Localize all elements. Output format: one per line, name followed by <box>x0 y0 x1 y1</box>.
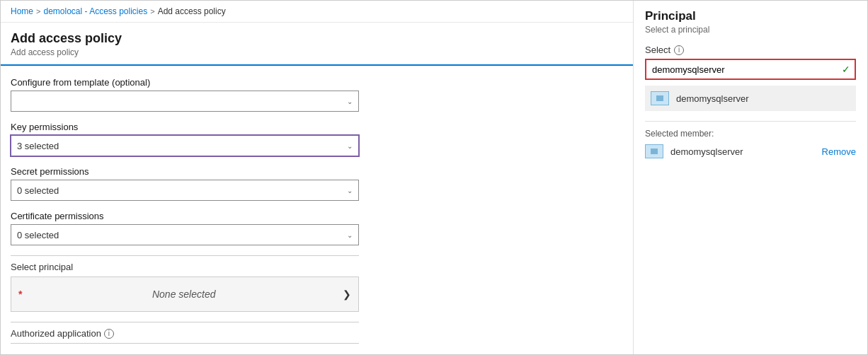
cert-permissions-chevron: ⌄ <box>347 231 353 239</box>
left-panel: Home > demolocal - Access policies > Add… <box>1 1 634 354</box>
secret-permissions-value: 0 selected <box>17 185 59 196</box>
page-title: Add access policy <box>11 31 623 46</box>
select-label: Select <box>645 45 670 55</box>
select-principal-label: Select principal <box>11 262 623 272</box>
breadcrumb-current: Add access policy <box>158 6 226 16</box>
selected-member-icon <box>645 144 663 158</box>
search-checkmark-icon: ✓ <box>842 64 850 75</box>
panel-title: Principal <box>645 9 856 23</box>
select-principal-row[interactable]: * None selected ❯ <box>11 277 359 312</box>
key-permissions-group: Key permissions 3 selected ⌄ <box>11 122 623 156</box>
page-header: Add access policy Add access policy <box>1 23 633 66</box>
secret-permissions-dropdown[interactable]: 0 selected ⌄ <box>11 180 359 201</box>
auth-app-label-row: Authorized application i <box>11 328 623 339</box>
template-dropdown[interactable]: ⌄ <box>11 91 359 112</box>
template-label: Configure from template (optional) <box>11 77 623 88</box>
search-wrapper: ✓ <box>645 59 856 80</box>
secret-permissions-label: Secret permissions <box>11 166 623 177</box>
principal-chevron-icon: ❯ <box>343 289 351 300</box>
breadcrumb-sep1: > <box>36 7 40 16</box>
search-result-item[interactable]: demomysqlserver <box>645 86 856 111</box>
key-permissions-dropdown[interactable]: 3 selected ⌄ <box>11 135 359 156</box>
required-star: * <box>18 289 22 300</box>
auth-app-info-icon[interactable]: i <box>104 329 114 339</box>
select-label-row: Select i <box>645 45 856 55</box>
form-area: Configure from template (optional) ⌄ Key… <box>1 66 633 354</box>
secret-permissions-chevron: ⌄ <box>347 187 353 194</box>
principal-none-value: None selected <box>149 289 216 300</box>
principal-info-icon[interactable]: i <box>674 45 684 55</box>
cert-permissions-group: Certificate permissions 0 selected ⌄ <box>11 211 623 245</box>
divider-1 <box>11 255 359 256</box>
result-name: demomysqlserver <box>676 93 749 104</box>
panel-subtitle: Select a principal <box>645 25 856 35</box>
page-subtitle: Add access policy <box>11 47 623 57</box>
key-permissions-label: Key permissions <box>11 122 623 132</box>
key-permissions-chevron: ⌄ <box>347 142 353 150</box>
auth-app-label-text: Authorized application <box>11 328 101 339</box>
template-group: Configure from template (optional) ⌄ <box>11 77 623 112</box>
auth-app-group: Authorized application i None selected 🔒 <box>11 328 623 354</box>
breadcrumb-home[interactable]: Home <box>11 6 33 16</box>
remove-button[interactable]: Remove <box>822 146 856 157</box>
selected-member-label: Selected member: <box>645 129 856 139</box>
cert-permissions-dropdown[interactable]: 0 selected ⌄ <box>11 224 359 245</box>
breadcrumb: Home > demolocal - Access policies > Add… <box>1 1 633 23</box>
breadcrumb-sep2: > <box>150 7 154 16</box>
principal-search-input[interactable] <box>645 59 856 80</box>
panel-divider <box>645 121 856 122</box>
template-chevron: ⌄ <box>347 98 353 105</box>
principal-panel: Principal Select a principal Select i ✓ … <box>634 1 867 354</box>
result-server-icon <box>651 91 669 105</box>
secret-permissions-group: Secret permissions 0 selected ⌄ <box>11 166 623 201</box>
select-principal-group: Select principal * None selected ❯ <box>11 262 623 312</box>
auth-app-row: None selected 🔒 <box>11 343 359 354</box>
key-permissions-value: 3 selected <box>17 141 59 151</box>
divider-2 <box>11 322 359 322</box>
selected-member-name: demomysqlserver <box>670 146 815 157</box>
cert-permissions-label: Certificate permissions <box>11 211 623 221</box>
selected-member-row: demomysqlserver Remove <box>645 144 856 158</box>
cert-permissions-value: 0 selected <box>17 230 59 240</box>
breadcrumb-policies[interactable]: demolocal - Access policies <box>43 6 147 16</box>
